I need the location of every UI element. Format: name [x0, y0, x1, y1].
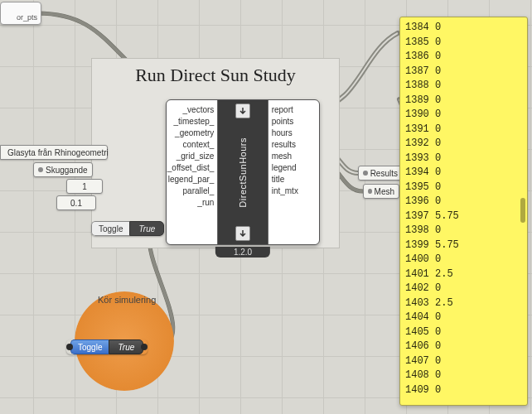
slider-offset[interactable]: 0.1 [56, 195, 96, 210]
param-glass-geometry[interactable]: Glasyta från Rhinogeometri [0, 145, 108, 160]
component-version: 1.2.0 [215, 247, 270, 258]
component-outputs: report points hours results mesh legend … [268, 100, 319, 244]
panel-row: 1391 0 [405, 123, 522, 137]
panel-row: 1398 0 [405, 224, 522, 238]
panel-row: 1395 0 [405, 181, 522, 195]
toggle-value: True [109, 339, 143, 354]
data-panel[interactable]: 1384 01385 01386 01387 01388 01389 01390… [399, 17, 528, 406]
panel-row: 1401 2.5 [405, 267, 522, 282]
output-label: or_pts [17, 13, 37, 22]
panel-row: 1399 5.75 [405, 238, 522, 253]
grip-icon [141, 344, 148, 350]
panel-row: 1400 0 [405, 253, 522, 267]
param-label: Results [370, 169, 398, 178]
input-geometry[interactable]: _geometry [175, 128, 214, 137]
arrow-down-icon[interactable] [235, 104, 250, 118]
panel-row: 1409 0 [405, 383, 522, 398]
group-title: Run Direct Sun Study [95, 65, 336, 86]
panel-row: 1403 2.5 [405, 296, 522, 311]
component-inputs: _vectors _timestep_ _geometry context_ _… [167, 100, 217, 244]
output-points[interactable]: points [272, 117, 294, 126]
slider-value: 0.1 [70, 199, 82, 208]
panel-row: 1386 0 [405, 50, 522, 65]
component-name: DirectSunHours [238, 137, 248, 208]
panel-row: 1408 0 [405, 368, 522, 383]
output-results[interactable]: results [272, 140, 296, 149]
panel-row: 1396 0 [405, 195, 522, 209]
component-body[interactable]: DirectSunHours 1.2.0 [217, 100, 268, 244]
toggle-value: True [129, 221, 164, 236]
input-parallel[interactable]: parallel_ [183, 186, 215, 195]
grip-icon [38, 167, 43, 172]
output-int-mtx[interactable]: int_mtx [272, 186, 298, 195]
output-hours[interactable]: hours [272, 128, 293, 137]
output-title[interactable]: title [272, 175, 285, 184]
panel-row: 1406 0 [405, 339, 522, 354]
panel-row: 1388 0 [405, 79, 522, 94]
panel-row: 1392 0 [405, 137, 522, 152]
output-legend[interactable]: legend [272, 163, 297, 172]
param-shading[interactable]: Skuggande [33, 162, 93, 177]
output-report[interactable]: report [272, 105, 293, 114]
param-label: Skuggande [46, 166, 88, 175]
param-mesh[interactable]: Mesh [363, 184, 399, 199]
direct-sun-hours-component[interactable]: _vectors _timestep_ _geometry context_ _… [166, 99, 320, 245]
panel-row: 1407 0 [405, 354, 522, 369]
panel-row: 1394 0 [405, 166, 522, 181]
input-legend-par[interactable]: legend_par_ [168, 175, 215, 184]
panel-row: 1402 0 [405, 282, 522, 296]
panel-row: 1384 0 [405, 21, 522, 36]
toggle-label: Toggle [70, 339, 109, 354]
panel-row: 1389 0 [405, 94, 522, 108]
panel-row: 1385 0 [405, 36, 522, 51]
panel-row: 1405 0 [405, 325, 522, 340]
input-run[interactable]: _run [197, 198, 214, 207]
param-label: Glasyta från Rhinogeometri [7, 148, 109, 157]
panel-row: 1397 5.75 [405, 209, 522, 224]
panel-row: 1390 0 [405, 108, 522, 123]
toggle-run[interactable]: Toggle True [66, 339, 148, 354]
panel-content: 1384 01385 01386 01387 01388 01389 01390… [405, 21, 522, 397]
partial-component[interactable]: or_pts [0, 2, 41, 25]
slider-value: 1 [82, 182, 87, 191]
panel-row: 1387 0 [405, 65, 522, 79]
toggle-label: Toggle [91, 221, 129, 236]
scrollbar-thumb[interactable] [520, 198, 525, 223]
scribble-label: Kör simulering [98, 295, 156, 305]
toggle-parallel[interactable]: Toggle True [91, 221, 164, 236]
panel-row: 1393 0 [405, 152, 522, 166]
grip-icon [363, 171, 368, 176]
input-grid-size[interactable]: _grid_size [177, 152, 215, 161]
output-mesh[interactable]: mesh [272, 152, 292, 161]
arrow-down-icon[interactable] [235, 226, 250, 241]
input-offset-dist[interactable]: _offset_dist_ [167, 163, 215, 172]
grip-icon [66, 344, 73, 350]
input-context[interactable]: context_ [183, 140, 215, 149]
panel-row: 1404 0 [405, 310, 522, 325]
input-vectors[interactable]: _vectors [183, 105, 215, 114]
param-label: Mesh [375, 187, 394, 196]
grip-icon [368, 189, 372, 194]
param-results[interactable]: Results [358, 166, 403, 181]
slider-grid-size[interactable]: 1 [66, 179, 103, 194]
input-timestep[interactable]: _timestep_ [173, 117, 214, 126]
